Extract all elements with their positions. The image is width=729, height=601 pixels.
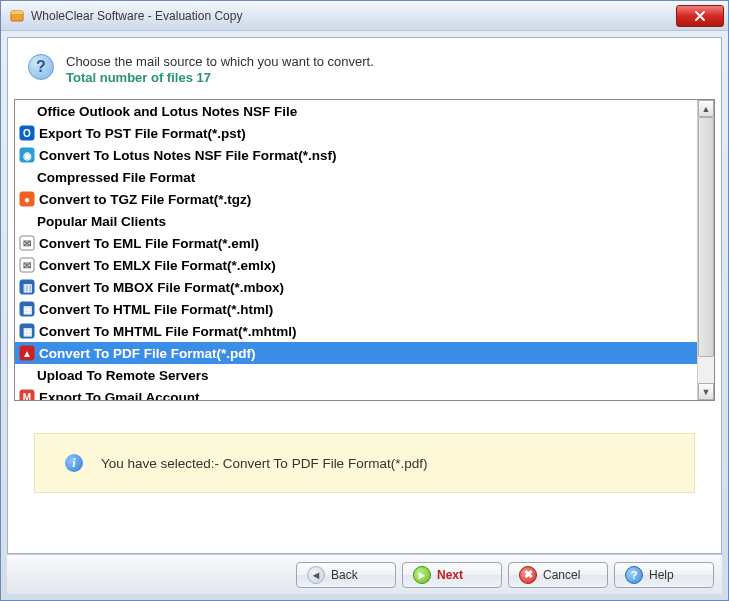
next-label: Next — [437, 568, 463, 582]
next-arrow-icon: ► — [413, 566, 431, 584]
item-label: Export To PST File Format(*.pst) — [39, 126, 246, 141]
gmail-icon: M — [19, 389, 35, 400]
list-item[interactable]: ✉Convert To EMLX File Format(*.emlx) — [15, 254, 697, 276]
content-panel: ? Choose the mail source to which you wa… — [7, 37, 722, 554]
info-icon: i — [65, 454, 83, 472]
status-value: Convert To PDF File Format(*.pdf) — [223, 456, 428, 471]
scroll-up-button[interactable]: ▲ — [698, 100, 714, 117]
file-count-text: Total number of files 17 — [66, 70, 374, 85]
list-item[interactable]: ▦Convert To HTML File Format(*.html) — [15, 298, 697, 320]
button-bar: ◄ Back ► Next ✖ Cancel ? Help — [7, 554, 722, 594]
svg-rect-1 — [11, 11, 23, 14]
back-label: Back — [331, 568, 358, 582]
list-group-header: Upload To Remote Servers — [15, 364, 697, 386]
window-title: WholeClear Software - Evaluation Copy — [31, 9, 676, 23]
question-icon: ? — [28, 54, 54, 80]
item-label: Convert To HTML File Format(*.html) — [39, 302, 273, 317]
status-prefix: You have selected:- — [101, 456, 223, 471]
item-label: Convert To MHTML File Format(*.mhtml) — [39, 324, 297, 339]
format-list: Office Outlook and Lotus Notes NSF FileO… — [14, 99, 715, 401]
svg-text:▦: ▦ — [23, 304, 32, 315]
tgz-icon: ● — [19, 191, 35, 207]
header-texts: Choose the mail source to which you want… — [66, 54, 374, 85]
back-arrow-icon: ◄ — [307, 566, 325, 584]
list-group-header: Popular Mail Clients — [15, 210, 697, 232]
emlx-icon: ✉ — [19, 257, 35, 273]
group-label: Popular Mail Clients — [37, 214, 166, 229]
list-item[interactable]: MExport To Gmail Account — [15, 386, 697, 400]
pdf-icon: ▲ — [19, 345, 35, 361]
mbox-icon: ▥ — [19, 279, 35, 295]
list-viewport[interactable]: Office Outlook and Lotus Notes NSF FileO… — [15, 100, 697, 400]
back-button[interactable]: ◄ Back — [296, 562, 396, 588]
list-item[interactable]: ▦Convert To MHTML File Format(*.mhtml) — [15, 320, 697, 342]
item-label: Convert To Lotus Notes NSF File Format(*… — [39, 148, 337, 163]
help-icon: ? — [625, 566, 643, 584]
item-label: Convert to TGZ File Format(*.tgz) — [39, 192, 251, 207]
html-icon: ▦ — [19, 301, 35, 317]
scroll-thumb[interactable] — [698, 117, 714, 357]
cancel-label: Cancel — [543, 568, 580, 582]
scroll-track[interactable] — [698, 117, 714, 383]
scroll-down-button[interactable]: ▼ — [698, 383, 714, 400]
mhtml-icon: ▦ — [19, 323, 35, 339]
svg-text:◉: ◉ — [23, 150, 32, 161]
svg-text:●: ● — [24, 194, 30, 205]
svg-text:✉: ✉ — [23, 238, 31, 249]
group-label: Compressed File Format — [37, 170, 195, 185]
titlebar[interactable]: WholeClear Software - Evaluation Copy — [1, 1, 728, 31]
next-button[interactable]: ► Next — [402, 562, 502, 588]
group-label: Office Outlook and Lotus Notes NSF File — [37, 104, 297, 119]
help-button[interactable]: ? Help — [614, 562, 714, 588]
item-label: Convert To EMLX File Format(*.emlx) — [39, 258, 276, 273]
outlook-icon: O — [19, 125, 35, 141]
list-item[interactable]: ◉Convert To Lotus Notes NSF File Format(… — [15, 144, 697, 166]
item-label: Export To Gmail Account — [39, 390, 200, 401]
svg-text:✉: ✉ — [23, 260, 31, 271]
list-group-header: Compressed File Format — [15, 166, 697, 188]
header-info: ? Choose the mail source to which you wa… — [8, 38, 721, 99]
item-label: Convert To PDF File Format(*.pdf) — [39, 346, 256, 361]
svg-text:▥: ▥ — [23, 282, 32, 293]
instruction-text: Choose the mail source to which you want… — [66, 54, 374, 69]
svg-text:O: O — [23, 128, 31, 139]
item-label: Convert To MBOX File Format(*.mbox) — [39, 280, 284, 295]
app-window: WholeClear Software - Evaluation Copy ? … — [0, 0, 729, 601]
help-label: Help — [649, 568, 674, 582]
selection-status-panel: i You have selected:- Convert To PDF Fil… — [34, 433, 695, 493]
selection-status-text: You have selected:- Convert To PDF File … — [101, 456, 427, 471]
cancel-icon: ✖ — [519, 566, 537, 584]
item-label: Convert To EML File Format(*.eml) — [39, 236, 259, 251]
app-icon — [9, 8, 25, 24]
list-item[interactable]: ●Convert to TGZ File Format(*.tgz) — [15, 188, 697, 210]
lotus-icon: ◉ — [19, 147, 35, 163]
list-item[interactable]: OExport To PST File Format(*.pst) — [15, 122, 697, 144]
list-group-header: Office Outlook and Lotus Notes NSF File — [15, 100, 697, 122]
group-label: Upload To Remote Servers — [37, 368, 209, 383]
svg-text:▲: ▲ — [22, 348, 32, 359]
svg-text:M: M — [23, 392, 31, 400]
svg-text:▦: ▦ — [23, 326, 32, 337]
list-item[interactable]: ▲Convert To PDF File Format(*.pdf) — [15, 342, 697, 364]
scrollbar[interactable]: ▲ ▼ — [697, 100, 714, 400]
list-item[interactable]: ▥Convert To MBOX File Format(*.mbox) — [15, 276, 697, 298]
content-frame: ? Choose the mail source to which you wa… — [1, 31, 728, 600]
close-button[interactable] — [676, 5, 724, 27]
eml-icon: ✉ — [19, 235, 35, 251]
cancel-button[interactable]: ✖ Cancel — [508, 562, 608, 588]
list-item[interactable]: ✉Convert To EML File Format(*.eml) — [15, 232, 697, 254]
